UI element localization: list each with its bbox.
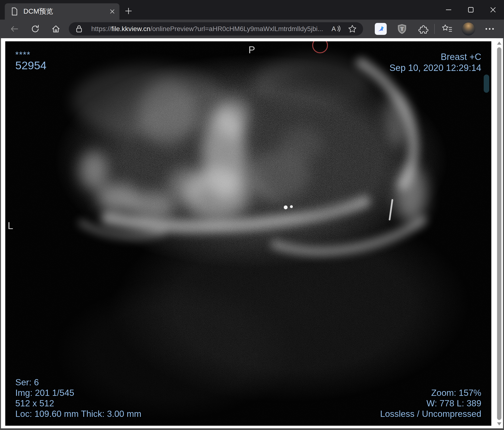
tab-close-icon[interactable] [109,9,115,14]
svg-text:T: T [400,26,404,32]
mri-image [5,41,491,426]
study-datetime: Sep 10, 2020 12:29:14 [389,62,481,73]
minimize-button[interactable] [437,0,459,20]
extension-xunlei-icon[interactable] [374,20,387,38]
settings-menu-icon[interactable] [483,20,496,38]
navigation-toolbar: https://file.kkview.cn/onlinePreview?url… [0,20,504,38]
collections-icon[interactable] [441,20,453,38]
orientation-marker-posterior: P [248,44,255,56]
page-content: **** 52954 Breast +C Sep 10, 2020 12:29:… [0,38,504,430]
scrollbar-down-arrow-icon[interactable] [497,422,501,425]
close-window-button[interactable] [482,0,504,20]
url-scheme: https:// [91,25,111,33]
home-button[interactable] [51,20,61,38]
scrollbar-thumb[interactable] [497,47,501,420]
image-number: Img: 201 1/545 [15,388,141,398]
study-description: Breast +C [389,51,481,62]
orientation-marker-left: L [8,220,13,232]
extensions-puzzle-icon[interactable] [418,20,430,38]
compression-info: Lossless / Uncompressed [380,409,481,419]
window-level: W: 778 L: 389 [380,398,481,409]
new-tab-button[interactable] [122,5,135,17]
study-info-overlay: Breast +C Sep 10, 2020 12:29:14 [389,51,481,73]
url-path: /onlinePreview?url=aHR0cHM6Ly9maWxlLmtrd… [150,25,323,33]
maximize-button[interactable] [459,0,482,20]
document-favicon-icon [10,7,18,16]
page-scrollbar[interactable] [496,38,502,428]
scrollbar-up-arrow-icon[interactable] [497,42,501,45]
series-number: Ser: 6 [15,377,141,388]
dicom-canvas[interactable]: **** 52954 Breast +C Sep 10, 2020 12:29:… [5,41,491,426]
display-info-overlay: Zoom: 157% W: 778 L: 389 Lossless / Unco… [380,388,481,419]
image-matrix: 512 x 512 [15,398,141,409]
viewer-scroll-indicator[interactable] [484,74,489,93]
window-controls [437,0,504,20]
tab-dcm-preview[interactable]: DCM预览 [5,3,119,20]
patient-number: 52954 [15,59,46,72]
extension-shield-t-icon[interactable]: T [396,20,408,38]
profile-avatar[interactable] [461,20,475,38]
titlebar: DCM预览 [0,0,504,20]
patient-id-masked: **** [15,51,46,59]
favorite-star-icon[interactable] [348,24,357,34]
svg-text:A: A [332,25,336,33]
browser-window: DCM预览 [0,0,504,430]
url-text: https://file.kkview.cn/onlinePreview?url… [91,25,331,33]
zoom-level: Zoom: 157% [380,388,481,398]
back-button[interactable] [9,20,20,38]
refresh-button[interactable] [30,20,41,38]
url-domain: file.kkview.cn [111,25,150,33]
address-bar[interactable]: https://file.kkview.cn/onlinePreview?url… [69,22,363,36]
avatar-image [462,22,475,36]
read-aloud-icon[interactable]: A [331,24,341,34]
lock-icon[interactable] [75,24,83,34]
tab-title: DCM预览 [23,7,109,16]
slice-location: Loc: 109.60 mm Thick: 3.00 mm [15,409,141,419]
series-info-overlay: Ser: 6 Img: 201 1/545 512 x 512 Loc: 109… [15,377,141,419]
toolbar-separator [434,24,435,34]
patient-info-overlay: **** 52954 [15,51,46,72]
